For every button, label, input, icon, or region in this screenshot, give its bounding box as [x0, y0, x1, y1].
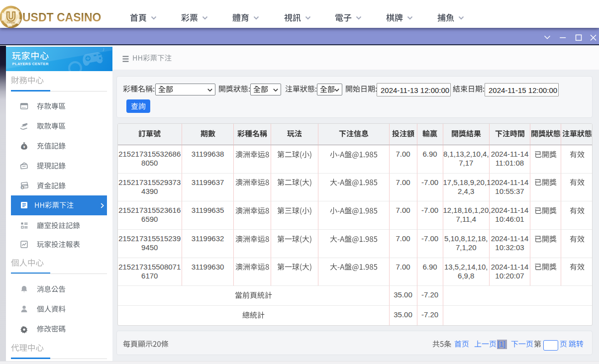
svg-text:Casino: Casino [7, 21, 15, 24]
